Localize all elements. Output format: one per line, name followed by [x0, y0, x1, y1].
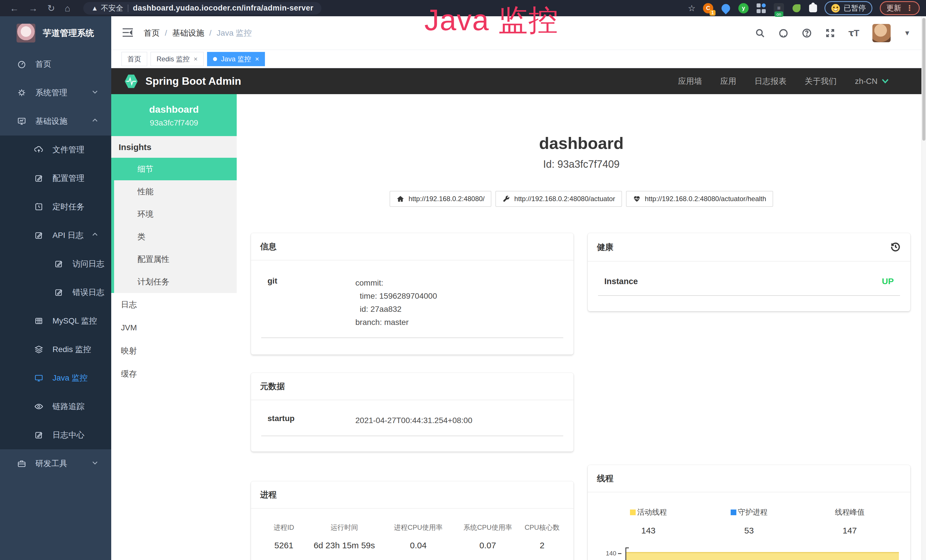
peak-threads-value: 147: [799, 526, 900, 536]
sba-item-details[interactable]: 细节: [114, 158, 237, 180]
health-url-chip[interactable]: http://192.168.0.2:48080/actuator/health: [626, 191, 773, 207]
sidebar-item-api-logs[interactable]: API 日志: [0, 221, 111, 250]
chevron-down-icon: [91, 459, 99, 468]
actuator-url-chip[interactable]: http://192.168.0.2:48080/actuator: [495, 191, 622, 207]
sidebar-item-redis-monitor[interactable]: Redis 监控: [0, 335, 111, 364]
dashboard-icon: [17, 60, 26, 69]
sidebar-item-mysql-monitor[interactable]: MySQL 监控: [0, 307, 111, 335]
font-size-icon[interactable]: ꚍT: [849, 28, 859, 38]
sba-instance-id: 93a3fc7f7409: [114, 118, 234, 127]
health-card-title: 健康: [597, 242, 613, 253]
edit-icon: [34, 174, 43, 183]
sidebar-item-file-manage[interactable]: 文件管理: [0, 136, 111, 164]
sidebar-item-infrastructure[interactable]: 基础设施: [0, 107, 111, 136]
tab-java-monitor[interactable]: Java 监控 ×: [207, 52, 265, 66]
process-card-title: 进程: [260, 489, 277, 501]
user-menu-caret-icon[interactable]: ▼: [904, 29, 911, 37]
chevron-down-icon: [91, 88, 99, 98]
heartbeat-icon: [633, 195, 641, 203]
browser-menu-icon[interactable]: ⋮: [906, 4, 913, 12]
health-status-badge: UP: [882, 277, 894, 286]
page-scrollbar[interactable]: [921, 16, 926, 560]
sba-content: dashboard Id: 93a3fc7f7409 http://192.16…: [237, 94, 926, 560]
sidebar-item-tracing[interactable]: 链路追踪: [0, 392, 111, 421]
process-col-proc-cpu: 进程CPU使用率: [382, 523, 455, 532]
sba-nav-about[interactable]: 关于我们: [805, 76, 837, 87]
sba-item-metrics[interactable]: 性能: [114, 180, 237, 203]
sidebar-item-log-center[interactable]: 日志中心: [0, 421, 111, 449]
sba-nav-applications[interactable]: 应用: [720, 76, 736, 87]
log-edit-icon: [54, 259, 63, 268]
service-url-chip[interactable]: http://192.168.0.2:48080/: [390, 191, 492, 207]
app-logo-row[interactable]: 芋道管理系统: [0, 16, 111, 50]
sba-item-caches[interactable]: 缓存: [111, 362, 237, 385]
search-icon[interactable]: [755, 28, 765, 38]
sba-item-config-props[interactable]: 配置属性: [114, 248, 237, 271]
cloud-upload-icon: [34, 145, 43, 154]
log-edit-icon: [34, 231, 43, 240]
sidebar-toggle-icon[interactable]: [122, 28, 133, 38]
sidebar-item-dev-tools[interactable]: 研发工具: [0, 449, 111, 478]
sba-instance-header[interactable]: dashboard 93a3fc7f7409: [111, 94, 237, 136]
paused-profile-chip[interactable]: 已暂停: [825, 1, 872, 15]
threads-legend: 活动线程 守护进程 线程峰值: [598, 492, 900, 536]
tab-home[interactable]: 首页: [121, 52, 147, 66]
sba-item-logs[interactable]: 日志: [111, 293, 237, 316]
git-key: git: [261, 277, 356, 329]
process-val-proc-cpu: 0.04: [382, 540, 455, 550]
github-icon[interactable]: [778, 28, 788, 38]
sba-item-classes[interactable]: 类: [114, 226, 237, 248]
home-icon[interactable]: ⌂: [65, 4, 70, 13]
back-icon[interactable]: ←: [10, 4, 19, 13]
sba-nav-wallboard[interactable]: 应用墙: [678, 76, 702, 87]
reload-icon[interactable]: ↻: [47, 4, 55, 13]
sba-item-mappings[interactable]: 映射: [111, 339, 237, 362]
fullscreen-icon[interactable]: [825, 28, 835, 38]
process-val-pid: 5261: [261, 540, 307, 550]
history-icon[interactable]: [890, 241, 901, 254]
sba-item-scheduled-tasks[interactable]: 计划任务: [114, 271, 237, 293]
instance-links: http://192.168.0.2:48080/ http://192.168…: [237, 191, 926, 207]
sidebar-item-home[interactable]: 首页: [0, 50, 111, 79]
breadcrumb-infrastructure[interactable]: 基础设施: [172, 28, 204, 38]
chrome-update-button[interactable]: 更新 ⋮: [880, 1, 920, 15]
extension-icon-y[interactable]: y: [738, 3, 749, 14]
sidebar-item-config-manage[interactable]: 配置管理: [0, 164, 111, 192]
bookmark-star-icon[interactable]: ☆: [688, 3, 696, 13]
not-secure-label[interactable]: 不安全: [101, 3, 123, 13]
user-avatar[interactable]: [872, 24, 891, 42]
scrollbar-thumb[interactable]: [922, 18, 925, 141]
sidebar-item-scheduled-jobs[interactable]: 定时任务: [0, 192, 111, 221]
extension-icon-leaf[interactable]: [791, 3, 802, 14]
forward-icon[interactable]: →: [29, 4, 38, 13]
extension-icon-grid[interactable]: [756, 3, 766, 14]
close-icon[interactable]: ×: [194, 55, 198, 63]
sba-item-environment[interactable]: 环境: [114, 203, 237, 226]
health-card: 健康 Instance UP: [588, 233, 910, 311]
log-edit-icon: [54, 288, 63, 297]
layers-icon: [34, 345, 43, 354]
active-tab-dot: [213, 57, 217, 61]
close-icon[interactable]: ×: [255, 55, 259, 63]
sba-item-jvm[interactable]: JVM: [111, 316, 237, 339]
url-text[interactable]: dashboard.yudao.iocoder.cn/infra/admin-s…: [133, 4, 313, 12]
extensions-puzzle-icon[interactable]: [809, 4, 817, 12]
sidebar-item-access-logs[interactable]: 访问日志: [0, 250, 111, 278]
timer-icon: [34, 202, 43, 211]
help-icon[interactable]: [802, 28, 812, 38]
sba-brand[interactable]: Spring Boot Admin: [123, 72, 241, 91]
sba-locale-select[interactable]: zh-CN: [855, 77, 889, 86]
tab-redis-monitor[interactable]: Redis 监控 ×: [151, 52, 204, 66]
tags-view-bar: 首页 Redis 监控 × Java 监控 ×: [111, 50, 926, 68]
sidebar-item-java-monitor[interactable]: Java 监控: [0, 364, 111, 392]
extension-icon-orange[interactable]: C1: [703, 3, 713, 14]
chevron-up-icon: [91, 117, 99, 126]
sba-nav-journal[interactable]: 日志报表: [755, 76, 787, 87]
address-bar[interactable]: ▲ 不安全 dashboard.yudao.iocoder.cn/infra/a…: [83, 2, 321, 15]
gear-icon: [17, 88, 26, 97]
extension-icon-pin[interactable]: [721, 3, 731, 14]
breadcrumb-home[interactable]: 首页: [144, 28, 160, 38]
extension-icon-switch[interactable]: ≡on: [774, 3, 784, 14]
sidebar-item-error-logs[interactable]: 错误日志: [0, 278, 111, 307]
sidebar-item-system-manage[interactable]: 系统管理: [0, 79, 111, 107]
